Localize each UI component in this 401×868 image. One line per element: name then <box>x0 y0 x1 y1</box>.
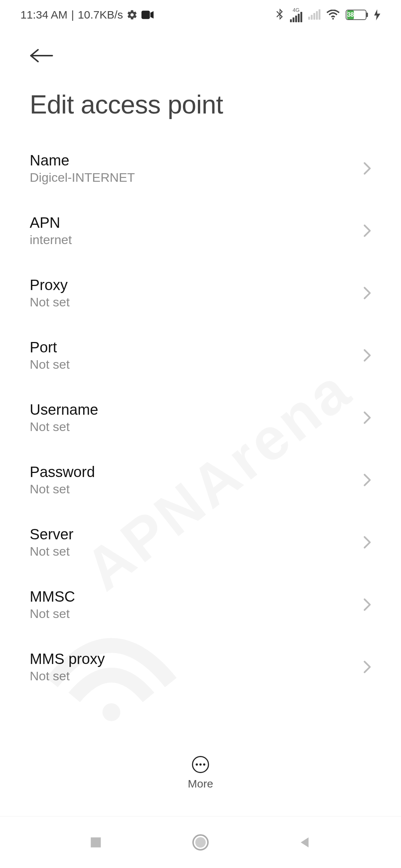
setting-value: Not set <box>30 420 98 434</box>
status-bar: 11:34 AM | 10.7KB/s 4G <box>0 0 401 30</box>
chevron-right-icon <box>363 349 371 362</box>
bluetooth-icon <box>275 9 284 21</box>
setting-value: Not set <box>30 544 74 559</box>
chevron-right-icon <box>363 224 371 237</box>
setting-apn[interactable]: APN internet <box>30 208 371 270</box>
setting-value: Not set <box>30 606 75 621</box>
chevron-right-icon <box>363 162 371 175</box>
more-button[interactable]: More <box>0 749 401 790</box>
setting-value: Digicel-INTERNET <box>30 170 135 185</box>
setting-value: Not set <box>30 295 70 309</box>
chevron-right-icon <box>363 536 371 549</box>
cell-signal-1: 4G <box>290 7 302 22</box>
setting-label: MMSC <box>30 588 75 605</box>
cell-label: 4G <box>293 7 300 13</box>
gear-icon <box>127 9 138 20</box>
setting-username[interactable]: Username Not set <box>30 395 371 457</box>
nav-recent-button[interactable] <box>89 836 102 849</box>
more-icon <box>192 756 209 773</box>
video-camera-icon <box>141 10 154 19</box>
setting-label: Username <box>30 401 98 418</box>
setting-port[interactable]: Port Not set <box>30 332 371 395</box>
page-title: Edit access point <box>30 90 371 119</box>
status-time: 11:34 AM <box>20 9 68 21</box>
setting-label: Name <box>30 152 135 169</box>
status-left: 11:34 AM | 10.7KB/s <box>20 9 154 21</box>
svg-rect-4 <box>91 837 101 847</box>
setting-label: MMS proxy <box>30 651 105 667</box>
settings-list: Name Digicel-INTERNET APN internet Proxy… <box>0 145 401 706</box>
nav-bar <box>0 816 401 868</box>
status-separator: | <box>71 9 74 21</box>
setting-value: Not set <box>30 482 95 496</box>
nav-back-button[interactable] <box>299 836 312 849</box>
nav-home-button[interactable] <box>192 834 209 851</box>
back-button[interactable] <box>30 45 53 67</box>
chevron-right-icon <box>363 598 371 611</box>
cell-signal-2 <box>308 10 320 20</box>
chevron-right-icon <box>363 473 371 487</box>
chevron-right-icon <box>363 286 371 300</box>
battery-icon: 38 <box>346 10 368 20</box>
setting-label: Proxy <box>30 277 70 293</box>
chevron-right-icon <box>363 411 371 424</box>
more-label: More <box>188 777 213 790</box>
charging-icon <box>374 9 381 20</box>
setting-label: Port <box>30 339 70 356</box>
setting-value: Not set <box>30 669 105 683</box>
battery-percent: 38 <box>347 10 354 19</box>
setting-mms-proxy[interactable]: MMS proxy Not set <box>30 644 371 706</box>
setting-label: Server <box>30 526 74 543</box>
setting-value: internet <box>30 233 72 247</box>
setting-value: Not set <box>30 357 70 372</box>
setting-label: Password <box>30 464 95 480</box>
svg-rect-0 <box>141 11 150 19</box>
setting-mmsc[interactable]: MMSC Not set <box>30 582 371 644</box>
setting-server[interactable]: Server Not set <box>30 519 371 582</box>
svg-point-1 <box>332 18 334 20</box>
header: Edit access point <box>0 30 401 119</box>
chevron-right-icon <box>363 660 371 674</box>
status-right: 4G 38 <box>275 7 381 22</box>
setting-proxy[interactable]: Proxy Not set <box>30 270 371 332</box>
status-net-speed: 10.7KB/s <box>78 9 123 21</box>
svg-point-6 <box>195 837 206 848</box>
setting-label: APN <box>30 214 72 231</box>
setting-name[interactable]: Name Digicel-INTERNET <box>30 145 371 208</box>
wifi-icon <box>326 10 340 20</box>
setting-password[interactable]: Password Not set <box>30 457 371 519</box>
